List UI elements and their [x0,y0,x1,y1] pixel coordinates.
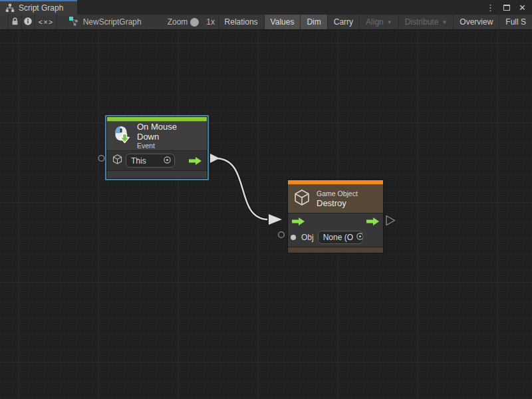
script-graph-icon [68,16,78,28]
graph-hierarchy-icon [5,3,15,13]
window-controls: ⋮ ✕ [485,0,532,15]
info-button[interactable] [22,15,36,29]
target-input-field[interactable]: This [126,154,175,168]
chevron-down-icon: ▼ [442,19,447,25]
node-on-mouse-down[interactable]: On Mouse Down Event This [106,116,207,179]
distribute-dropdown[interactable]: Distribute ▼ [398,15,454,29]
obj-input-field[interactable]: None (O [318,231,363,244]
tab-strip: Script Graph ⋮ ✕ [0,0,532,15]
node-subtitle: Event [137,142,200,150]
flow-output-arrow[interactable] [189,157,201,165]
graph-info-section: NewScriptGraph Zoom 1x [57,15,218,29]
mouse-down-icon [112,125,132,148]
node-footer [107,170,207,178]
menu-icon[interactable]: ⋮ [485,1,496,13]
values-button[interactable]: Values [264,15,301,29]
object-picker-icon[interactable] [356,232,363,243]
graph-name-label: NewScriptGraph [83,17,142,27]
chevron-down-icon: ▼ [387,19,392,25]
zoom-slider-handle[interactable] [190,18,199,27]
obj-port-label: Obj [301,233,314,242]
align-dropdown[interactable]: Align ▼ [359,15,398,29]
flow-input-arrow[interactable] [292,217,305,225]
value-port-dot[interactable] [291,235,296,240]
maximize-icon[interactable] [501,1,512,13]
destroy-obj-port[interactable] [279,232,285,238]
fullscreen-button[interactable]: Full S [499,15,532,29]
game-object-cube-icon [112,154,123,168]
carry-button[interactable]: Carry [327,15,359,29]
node-port-row: Obj None (O [288,229,383,247]
tab-title: Script Graph [19,3,63,13]
node-header[interactable]: On Mouse Down Event [107,122,207,150]
node-destroy[interactable]: Game Object Destroy Obj None (O [287,180,384,253]
graph-toolbar: <×> NewScriptGraph Zoom 1x Relations Val… [0,15,532,30]
zoom-label: Zoom [168,17,188,27]
connection-start-arrow [210,154,219,163]
node-header[interactable]: Game Object Destroy [288,185,383,213]
node-port-row: This [107,150,207,170]
zoom-value: 1x [206,17,215,27]
node-title: On Mouse Down [137,122,200,142]
node-accent-strip [288,180,383,185]
code-icon: <×> [39,18,53,26]
lock-icon [11,17,19,28]
toolbar-spacer [0,15,9,29]
lock-button[interactable] [9,15,22,29]
close-icon[interactable]: ✕ [517,1,528,13]
connection-end-arrow [269,214,282,225]
node-footer [288,247,383,253]
toolbar-buttons: Relations Values Dim Carry Align ▼ Distr… [218,15,532,29]
overview-button[interactable]: Overview [453,15,499,29]
edit-source-button[interactable]: <×> [35,15,57,29]
relations-button[interactable]: Relations [218,15,264,29]
node-category: Game Object [317,190,358,198]
object-picker-icon[interactable] [163,156,172,166]
node-flow-row [288,213,383,229]
flow-output-arrow[interactable] [366,217,379,225]
node-title: Destroy [317,198,358,208]
tab-script-graph[interactable]: Script Graph [0,0,77,15]
dim-button[interactable]: Dim [300,15,327,29]
game-object-cube-icon [293,188,311,209]
connection-layer [0,30,532,399]
node-accent-strip [107,117,207,122]
graph-canvas[interactable]: On Mouse Down Event This [0,30,532,399]
flow-connection[interactable] [210,154,282,225]
info-icon [23,17,33,28]
mousedown-target-port[interactable] [98,156,104,162]
destroy-output-stub[interactable] [386,216,395,225]
